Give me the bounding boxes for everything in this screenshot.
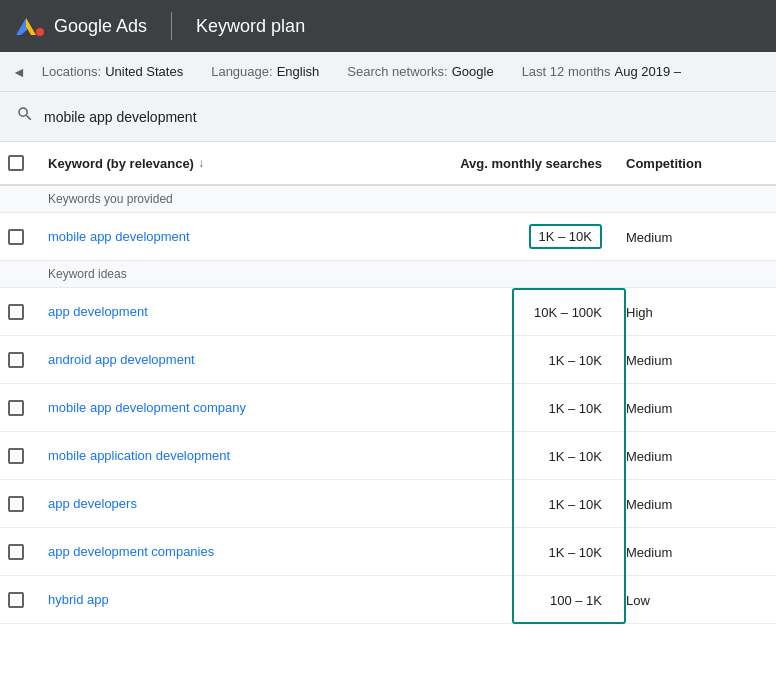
row-checkbox[interactable] — [8, 352, 24, 368]
logo-area: Google Ads Keyword plan — [16, 12, 305, 40]
period-label: Last 12 months — [522, 64, 611, 79]
keyword-cell[interactable]: app developers — [48, 496, 438, 511]
row-check-cell — [8, 400, 48, 416]
language-filter[interactable]: Language: English — [203, 64, 327, 79]
competition-cell: Medium — [618, 352, 768, 368]
competition-cell: Medium — [618, 229, 768, 245]
network-filter[interactable]: Search networks: Google — [339, 64, 501, 79]
app-name: Google Ads — [54, 16, 147, 37]
header-check-col — [8, 155, 48, 171]
row-checkbox[interactable] — [8, 400, 24, 416]
ideas-rows-container: app development 10K – 100K High android … — [0, 288, 776, 624]
row-check-cell — [8, 592, 48, 608]
row-check-cell — [8, 304, 48, 320]
row-check-cell — [8, 229, 48, 245]
keyword-cell[interactable]: hybrid app — [48, 592, 438, 607]
searches-cell: 1K – 10K — [438, 224, 618, 249]
period-value: Aug 2019 – — [615, 64, 682, 79]
header-competition-col[interactable]: Competition — [618, 156, 768, 171]
section-ideas-label: Keyword ideas — [0, 261, 776, 288]
row-checkbox[interactable] — [8, 304, 24, 320]
keyword-col-label: Keyword (by relevance) ↓ — [48, 156, 438, 171]
keyword-cell[interactable]: app development — [48, 304, 438, 319]
header-keyword-col[interactable]: Keyword (by relevance) ↓ — [48, 156, 438, 171]
searches-cell: 100 – 1K — [438, 592, 618, 608]
language-label: Language: — [211, 64, 272, 79]
table-row: android app development 1K – 10K Medium — [0, 336, 776, 384]
row-checkbox[interactable] — [8, 544, 24, 560]
table-row: app developers 1K – 10K Medium — [0, 480, 776, 528]
locations-label: Locations: — [42, 64, 101, 79]
table-row: app development companies 1K – 10K Mediu… — [0, 528, 776, 576]
header-searches-col[interactable]: Avg. monthly searches — [438, 156, 618, 171]
searches-cell: 10K – 100K — [438, 304, 618, 320]
competition-cell: Medium — [618, 496, 768, 512]
networks-value: Google — [452, 64, 494, 79]
keyword-cell[interactable]: app development companies — [48, 544, 438, 559]
search-icon — [16, 105, 34, 128]
keyword-cell[interactable]: mobile application development — [48, 448, 438, 463]
period-filter[interactable]: Last 12 months Aug 2019 – — [514, 64, 689, 79]
keyword-cell[interactable]: mobile app development company — [48, 400, 438, 415]
table-row: mobile application development 1K – 10K … — [0, 432, 776, 480]
searches-cell: 1K – 10K — [438, 448, 618, 464]
select-all-checkbox[interactable] — [8, 155, 24, 171]
searches-value-highlighted: 1K – 10K — [529, 224, 603, 249]
row-check-cell — [8, 448, 48, 464]
table-row: app development 10K – 100K High — [0, 288, 776, 336]
competition-cell: Low — [618, 592, 768, 608]
header-divider — [171, 12, 172, 40]
searches-col-label: Avg. monthly searches — [438, 156, 602, 171]
row-check-cell — [8, 352, 48, 368]
competition-cell: Medium — [618, 448, 768, 464]
competition-cell: High — [618, 304, 768, 320]
subheader-bar: ◄ Locations: United States Language: Eng… — [0, 52, 776, 92]
search-bar: mobile app development — [0, 92, 776, 142]
row-check-cell — [8, 496, 48, 512]
table-row: mobile app development 1K – 10K Medium — [0, 213, 776, 261]
row-checkbox[interactable] — [8, 229, 24, 245]
table-row: hybrid app 100 – 1K Low — [0, 576, 776, 624]
competition-cell: Medium — [618, 400, 768, 416]
search-value[interactable]: mobile app development — [44, 109, 197, 125]
svg-point-2 — [36, 28, 44, 36]
competition-cell: Medium — [618, 544, 768, 560]
row-check-cell — [8, 544, 48, 560]
section-provided-label: Keywords you provided — [0, 186, 776, 213]
nav-back-chevron[interactable]: ◄ — [8, 60, 30, 84]
table-row: mobile app development company 1K – 10K … — [0, 384, 776, 432]
searches-cell: 1K – 10K — [438, 400, 618, 416]
row-checkbox[interactable] — [8, 448, 24, 464]
row-checkbox[interactable] — [8, 496, 24, 512]
keyword-cell[interactable]: android app development — [48, 352, 438, 367]
language-value: English — [277, 64, 320, 79]
searches-cell: 1K – 10K — [438, 496, 618, 512]
searches-cell: 1K – 10K — [438, 352, 618, 368]
sort-arrow-icon: ↓ — [198, 156, 204, 170]
searches-cell: 1K – 10K — [438, 544, 618, 560]
svg-marker-1 — [26, 18, 36, 35]
row-checkbox[interactable] — [8, 592, 24, 608]
locations-value: United States — [105, 64, 183, 79]
google-ads-logo-icon — [16, 13, 46, 39]
keyword-cell[interactable]: mobile app development — [48, 229, 438, 244]
location-filter[interactable]: Locations: United States — [34, 64, 191, 79]
page-title: Keyword plan — [196, 16, 305, 37]
app-header: Google Ads Keyword plan — [0, 0, 776, 52]
networks-label: Search networks: — [347, 64, 447, 79]
competition-col-label: Competition — [626, 156, 768, 171]
table-header: Keyword (by relevance) ↓ Avg. monthly se… — [0, 142, 776, 186]
